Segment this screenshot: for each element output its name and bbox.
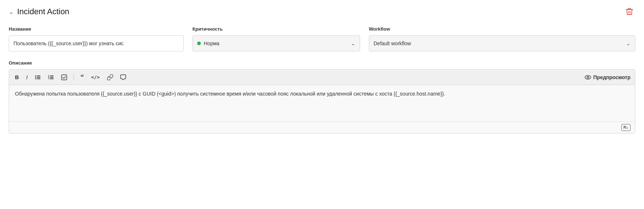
italic-button[interactable]: I — [25, 73, 29, 81]
editor-footer: M↓ — [9, 121, 635, 133]
markdown-badge-label: M↓ — [624, 125, 628, 130]
checkbox-button[interactable] — [60, 74, 69, 81]
editor-body[interactable]: Обнаружена попытка пользователя {{_sourc… — [9, 85, 635, 121]
collapse-chevron-icon[interactable]: ⌄ — [9, 8, 13, 15]
svg-rect-7 — [50, 76, 54, 76]
svg-point-14 — [587, 76, 589, 78]
bullet-list-button[interactable] — [34, 74, 42, 81]
criticality-chevron-icon: ⌄ — [351, 40, 355, 46]
criticality-select[interactable]: Норма ⌄ — [192, 35, 360, 51]
svg-rect-12 — [62, 75, 67, 80]
svg-point-0 — [35, 75, 36, 76]
ordered-list-icon: 1. 2. 3. — [48, 74, 54, 80]
description-content: Обнаружена попытка пользователя {{_sourc… — [15, 91, 445, 97]
delete-button[interactable] — [624, 6, 635, 18]
workflow-field-group: Workflow Default workflow ⌄ — [369, 26, 635, 51]
checkbox-icon — [61, 74, 67, 80]
header-row: ⌄ Incident Action — [9, 6, 635, 18]
svg-point-13 — [585, 76, 591, 79]
section-title: Incident Action — [17, 7, 69, 16]
workflow-select[interactable]: Default workflow ⌄ — [369, 35, 635, 51]
svg-rect-1 — [37, 76, 40, 76]
svg-text:3.: 3. — [48, 77, 50, 80]
workflow-value: Default workflow — [374, 40, 411, 46]
link-button[interactable] — [106, 74, 114, 81]
bullet-list-icon — [35, 74, 41, 80]
name-field-group: Название — [9, 26, 184, 51]
workflow-label: Workflow — [369, 26, 635, 32]
svg-point-2 — [35, 77, 36, 78]
markdown-badge: M↓ — [621, 124, 631, 131]
comment-button[interactable] — [119, 74, 128, 81]
incident-action-panel: ⌄ Incident Action Название Критичность Н… — [0, 0, 644, 209]
preview-label: Предпросмотр — [593, 74, 631, 80]
workflow-select-left: Default workflow — [374, 40, 411, 46]
description-section: Описание B I — [9, 60, 635, 133]
name-input[interactable] — [9, 35, 184, 51]
header-left: ⌄ Incident Action — [9, 7, 69, 16]
fields-row: Название Критичность Норма ⌄ Workflow De… — [9, 26, 635, 51]
svg-rect-5 — [37, 78, 40, 79]
eye-icon — [585, 74, 591, 81]
bold-button[interactable]: B — [13, 73, 20, 81]
name-label: Название — [9, 26, 184, 32]
workflow-chevron-icon: ⌄ — [626, 40, 631, 46]
code-button[interactable]: </> — [90, 74, 101, 81]
criticality-status-dot — [197, 42, 201, 45]
link-icon — [107, 74, 113, 80]
quote-button[interactable]: “ — [79, 73, 85, 82]
svg-rect-11 — [50, 78, 54, 79]
toolbar-separator-1 — [74, 74, 74, 80]
comment-icon — [120, 74, 126, 80]
criticality-value: Норма — [204, 40, 219, 46]
svg-point-4 — [35, 78, 36, 79]
preview-button[interactable]: Предпросмотр — [585, 74, 631, 81]
criticality-field-group: Критичность Норма ⌄ — [192, 26, 360, 51]
svg-rect-3 — [37, 77, 40, 78]
svg-rect-9 — [50, 77, 54, 78]
criticality-select-left: Норма — [197, 40, 219, 46]
criticality-label: Критичность — [192, 26, 360, 32]
editor-toolbar: B I 1. — [9, 70, 635, 85]
editor-container: B I 1. — [9, 69, 635, 133]
ordered-list-button[interactable]: 1. 2. 3. — [47, 74, 55, 81]
trash-icon — [625, 7, 634, 16]
toolbar-left: B I 1. — [13, 73, 128, 82]
description-label: Описание — [9, 60, 635, 66]
